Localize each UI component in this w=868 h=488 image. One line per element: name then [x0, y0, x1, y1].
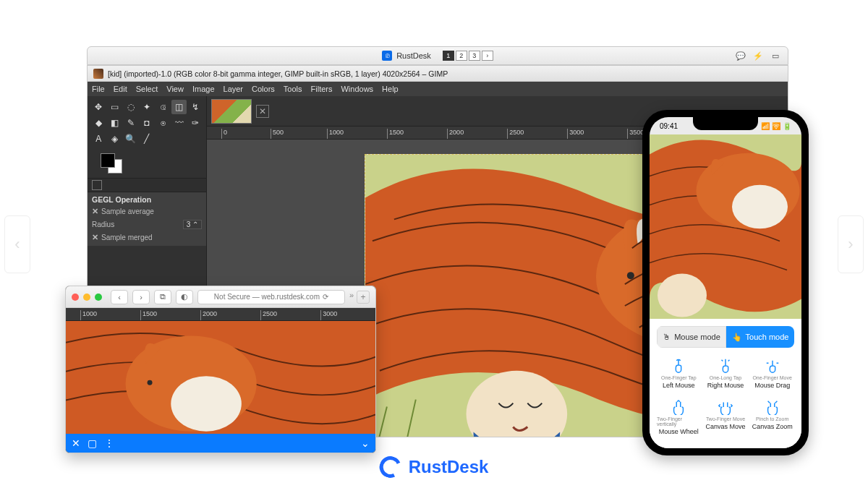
tool-options-title: GEGL Operation: [92, 195, 202, 204]
ruler-horizontal: 1000 1500 2000 2500 3000 3500: [66, 308, 375, 321]
gesture-sub: Two-Finger vertically: [657, 416, 701, 427]
reload-icon[interactable]: ⟳: [323, 293, 328, 301]
address-bar[interactable]: Not Secure — web.rustdesk.com ⟳: [197, 290, 345, 304]
ruler-mark: 3500: [627, 129, 644, 139]
browser-viewport[interactable]: 1000 1500 2000 2500 3000 3500: [66, 308, 375, 434]
desktop-2[interactable]: 2: [456, 51, 467, 61]
close-icon[interactable]: ✕: [92, 233, 98, 241]
touch-mode-button[interactable]: 👆 Touch mode: [726, 326, 794, 348]
tool-measure-icon[interactable]: ╱: [140, 132, 154, 146]
menu-layer[interactable]: Layer: [224, 85, 244, 93]
new-tab-icon[interactable]: +: [357, 291, 370, 304]
menu-image[interactable]: Image: [192, 85, 215, 93]
rustdesk-wordmark: RustDesk: [409, 457, 489, 477]
gimp-menubar[interactable]: File Edit Select View Image Layer Colors…: [88, 82, 788, 96]
tool-pencil-icon[interactable]: ✎: [124, 116, 138, 130]
tool-rect-select-icon[interactable]: ▭: [107, 100, 122, 114]
opt-radius-label: Radius: [92, 221, 114, 228]
opt-radius-value[interactable]: 3 ⌃: [183, 220, 202, 229]
overflow-icon[interactable]: »: [349, 291, 354, 304]
chevron-down-icon[interactable]: ⌄: [361, 437, 370, 449]
ruler-mark: 1500: [387, 129, 404, 139]
tool-text-icon[interactable]: A: [91, 132, 106, 146]
tool-fuzzy-select-icon[interactable]: ✦: [140, 100, 154, 114]
action-icon[interactable]: ⚡: [753, 51, 763, 61]
mouse-mode-button[interactable]: 🖱 Mouse mode: [657, 326, 726, 348]
ruler-mark: 1000: [327, 129, 344, 139]
gesture-mouse-drag: One-Finger Move Mouse Drag: [750, 355, 794, 392]
display-settings-icon[interactable]: ▢: [88, 437, 97, 449]
phone-statusbar: 09:41 📶 🛜 🔋: [650, 117, 801, 134]
menu-view[interactable]: View: [166, 85, 184, 93]
menu-select[interactable]: Select: [136, 85, 158, 93]
phone-time: 09:41: [660, 122, 678, 130]
phone-mock: 09:41 📶 🛜 🔋: [642, 110, 809, 455]
drag-icon: [765, 358, 780, 374]
rustdesk-footer: RustDesk: [380, 456, 489, 478]
status-icons: 📶 🛜 🔋: [761, 122, 791, 130]
window-close-icon[interactable]: [72, 294, 79, 301]
close-icon[interactable]: ✕: [92, 207, 98, 215]
tool-free-select-icon[interactable]: ◌: [124, 100, 138, 114]
two-finger-move-icon: [718, 399, 733, 415]
desktop-1[interactable]: 1: [443, 51, 454, 61]
opt-sample-merged[interactable]: Sample merged: [101, 234, 153, 241]
tool-eraser-icon[interactable]: ◘: [140, 116, 154, 130]
window-zoom-icon[interactable]: [95, 294, 102, 301]
tool-options-header: [88, 178, 206, 192]
more-menu-icon[interactable]: ⋮: [104, 437, 114, 449]
gesture-label: Left Mouse: [663, 382, 695, 389]
opt-sample-average[interactable]: Sample average: [101, 207, 154, 215]
carousel-next[interactable]: ›: [838, 215, 864, 273]
display-icon[interactable]: ▭: [770, 51, 780, 61]
privacy-report-icon[interactable]: ◐: [176, 290, 193, 304]
chat-icon[interactable]: 💬: [736, 51, 746, 61]
phone-remote-view[interactable]: [650, 134, 801, 319]
remote-canvas[interactable]: [66, 321, 375, 434]
menu-help[interactable]: Help: [382, 85, 399, 93]
gesture-sub: Pinch to Zoom: [756, 416, 788, 421]
tool-bucket-icon[interactable]: ◆: [91, 116, 106, 130]
fg-bg-swatches[interactable]: [88, 150, 206, 178]
tool-smudge-icon[interactable]: 〰: [171, 116, 186, 130]
desktop-next-icon[interactable]: ›: [482, 51, 493, 61]
tool-gradient-icon[interactable]: ◧: [107, 116, 122, 130]
window-tab-title[interactable]: RustDesk: [396, 51, 431, 60]
menu-tools[interactable]: Tools: [284, 85, 302, 93]
menu-colors[interactable]: Colors: [252, 85, 275, 93]
mouse-mode-label: Mouse mode: [674, 333, 720, 341]
ruler-mark: 2000: [200, 310, 217, 320]
sidebar-toggle-icon[interactable]: ⧉: [154, 290, 171, 304]
gesture-label: Right Mouse: [707, 382, 744, 389]
menu-edit[interactable]: Edit: [114, 85, 127, 93]
mode-toggle[interactable]: 🖱 Mouse mode 👆 Touch mode: [657, 326, 794, 348]
tool-move-icon[interactable]: ✥: [91, 100, 106, 114]
window-minimize-icon[interactable]: [83, 294, 90, 301]
menu-filters[interactable]: Filters: [311, 85, 333, 93]
tool-warp-icon[interactable]: ↯: [188, 100, 203, 114]
desktop-3[interactable]: 3: [469, 51, 480, 61]
gesture-label: Mouse Wheel: [659, 428, 699, 435]
nav-fwd-icon[interactable]: ›: [132, 290, 150, 304]
menu-windows[interactable]: Windows: [341, 85, 373, 93]
close-session-icon[interactable]: ✕: [72, 437, 80, 449]
carousel-prev[interactable]: ‹: [4, 215, 30, 273]
ruler-mark: 500: [271, 129, 284, 139]
tool-transform-icon[interactable]: ◫: [171, 100, 186, 114]
tool-path-icon[interactable]: ✑: [188, 116, 203, 130]
image-thumbnail[interactable]: [211, 99, 252, 124]
close-image-icon[interactable]: ✕: [256, 105, 269, 118]
gesture-sub: One-Finger Tap: [661, 375, 697, 380]
fg-color-swatch[interactable]: [101, 153, 115, 168]
desktop-switcher[interactable]: 1 2 3 ›: [443, 51, 493, 61]
tool-crop-icon[interactable]: ⟃: [156, 100, 170, 114]
touch-panel: 🖱 Mouse mode 👆 Touch mode One-Finger Tap…: [650, 319, 801, 448]
tool-color-picker-icon[interactable]: ◈: [107, 132, 122, 146]
menu-file[interactable]: File: [92, 85, 105, 93]
browser-toolbar: ‹ › ⧉ ◐ Not Secure — web.rustdesk.com ⟳ …: [66, 286, 375, 308]
nav-back-icon[interactable]: ‹: [111, 290, 128, 304]
tool-zoom-icon[interactable]: 🔍: [124, 132, 138, 146]
gesture-label: Canvas Zoom: [752, 423, 793, 430]
tool-clone-icon[interactable]: ⍟: [156, 116, 170, 130]
svg-point-18: [171, 376, 242, 432]
